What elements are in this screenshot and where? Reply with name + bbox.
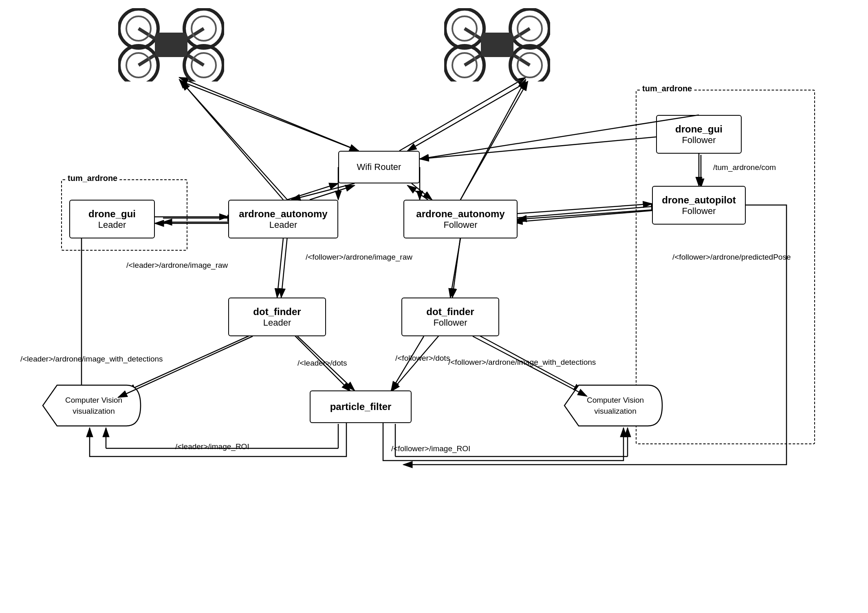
drone-gui-leader-node: drone_gui Leader bbox=[69, 200, 155, 238]
wifi-router-node: Wifi Router bbox=[338, 151, 420, 183]
svg-line-63 bbox=[181, 82, 359, 151]
svg-line-2 bbox=[179, 79, 287, 200]
drone-autopilot-follower-subtitle: Follower bbox=[682, 206, 716, 216]
drone-right bbox=[444, 8, 550, 82]
diagram: tum_ardrone tum_ardrone bbox=[0, 0, 868, 613]
follower-predicted-pose-label: /<follower>/ardrone/predictedPose bbox=[672, 253, 791, 262]
svg-line-67 bbox=[412, 183, 432, 200]
particle-filter-title: particle_filter bbox=[330, 401, 392, 412]
svg-line-72 bbox=[518, 204, 652, 214]
svg-line-20 bbox=[391, 334, 440, 391]
leader-image-with-detections-label: /<leader>/ardrone/image_with_detections bbox=[20, 355, 163, 364]
svg-rect-33 bbox=[155, 33, 187, 57]
svg-line-62 bbox=[460, 82, 528, 200]
cv-leader-node: Computer Vision visualization bbox=[41, 383, 143, 428]
svg-text:Computer Vision: Computer Vision bbox=[65, 396, 122, 404]
drone-autopilot-follower-title: drone_autopilot bbox=[662, 194, 736, 206]
follower-dots-label: /<follower>/dots bbox=[395, 354, 450, 363]
wifi-router-label: Wifi Router bbox=[357, 162, 401, 172]
svg-text:visualization: visualization bbox=[73, 407, 115, 415]
svg-line-64 bbox=[408, 82, 528, 151]
tum-ardrone-leader-label: tum_ardrone bbox=[66, 174, 119, 183]
leader-image-roi-label: /<leader>/image_ROI bbox=[175, 442, 249, 451]
cv-follower-node: Computer Vision visualization bbox=[562, 383, 664, 428]
tum-ardrone-follower-label: tum_ardrone bbox=[641, 84, 694, 93]
svg-rect-46 bbox=[481, 33, 513, 57]
svg-text:Computer Vision: Computer Vision bbox=[587, 396, 644, 404]
follower-image-roi-label: /<follower>/image_ROI bbox=[391, 444, 470, 453]
svg-line-75 bbox=[277, 238, 283, 298]
svg-line-6 bbox=[287, 183, 338, 200]
dot-finder-follower-title: dot_finder bbox=[426, 306, 474, 318]
svg-line-7 bbox=[179, 77, 359, 151]
svg-line-73 bbox=[518, 210, 652, 219]
svg-line-15 bbox=[281, 236, 287, 298]
ardrone-autonomy-follower-subtitle: Follower bbox=[443, 220, 477, 230]
drone-gui-follower-title: drone_gui bbox=[675, 123, 723, 135]
svg-line-61 bbox=[181, 82, 283, 200]
leader-dots-label: /<leader>/dots bbox=[297, 359, 347, 368]
svg-line-66 bbox=[310, 185, 355, 200]
dot-finder-follower-node: dot_finder Follower bbox=[401, 298, 499, 336]
drone-left bbox=[118, 8, 224, 82]
follower-image-with-detections-label: /<follower>/ardrone/image_with_detection… bbox=[448, 358, 596, 367]
tum-ardrone-com-label: /tum_ardrone/com bbox=[713, 163, 776, 172]
ardrone-autonomy-leader-title: ardrone_autonomy bbox=[239, 208, 327, 220]
drone-gui-leader-subtitle: Leader bbox=[98, 220, 126, 230]
drone-gui-follower-node: drone_gui Follower bbox=[656, 115, 742, 154]
drone-autopilot-follower-node: drone_autopilot Follower bbox=[652, 186, 746, 225]
ardrone-autonomy-leader-node: ardrone_autonomy Leader bbox=[228, 200, 338, 238]
dot-finder-leader-title: dot_finder bbox=[253, 306, 301, 318]
svg-line-80 bbox=[391, 336, 424, 390]
svg-line-68 bbox=[408, 185, 428, 200]
svg-line-9 bbox=[420, 137, 660, 159]
follower-image-raw-label: /<follower>/ardrone/image_raw bbox=[306, 253, 412, 262]
drone-gui-follower-subtitle: Follower bbox=[682, 135, 716, 146]
ardrone-autonomy-follower-title: ardrone_autonomy bbox=[416, 208, 504, 220]
particle-filter-node: particle_filter bbox=[310, 390, 412, 423]
svg-text:visualization: visualization bbox=[594, 407, 637, 415]
svg-line-76 bbox=[450, 238, 460, 298]
ardrone-autonomy-leader-subtitle: Leader bbox=[269, 220, 297, 230]
svg-line-8 bbox=[399, 77, 526, 151]
dot-finder-leader-subtitle: Leader bbox=[263, 318, 291, 328]
leader-image-raw-label: /<leader>/ardrone/image_raw bbox=[126, 261, 228, 270]
dot-finder-leader-node: dot_finder Leader bbox=[228, 298, 326, 336]
svg-line-3 bbox=[460, 79, 526, 200]
ardrone-autonomy-follower-node: ardrone_autonomy Follower bbox=[403, 200, 518, 238]
svg-line-65 bbox=[291, 183, 355, 200]
drone-gui-leader-title: drone_gui bbox=[88, 208, 136, 220]
dot-finder-follower-subtitle: Follower bbox=[433, 318, 467, 328]
svg-line-16 bbox=[452, 236, 460, 298]
